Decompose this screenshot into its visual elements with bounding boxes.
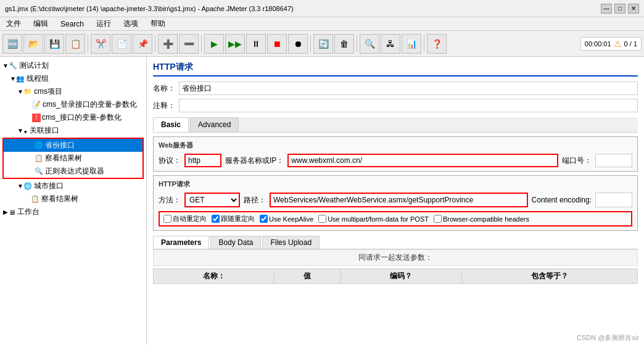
sidebar-item-cms-project[interactable]: ▼ 📁 cms项目 <box>0 85 146 98</box>
city-icon: 🌐 <box>23 182 32 190</box>
menu-run[interactable]: 运行 <box>93 17 115 30</box>
tb-save-as[interactable]: 📋 <box>65 34 85 54</box>
keepalive-checkbox[interactable] <box>260 215 268 223</box>
workbench-icon: 🖥 <box>9 209 15 216</box>
tb-copy[interactable]: 📄 <box>112 34 131 54</box>
timer-display: 00:00:01 ⚠ 0 / 1 <box>580 37 642 51</box>
comment-row: 注释： <box>153 99 638 112</box>
tb-start[interactable]: ▶ <box>204 34 224 54</box>
sidebar-item-province[interactable]: 🌐 省份接口 <box>4 139 142 152</box>
checkbox-row: 自动重定向 跟随重定向 Use KeepAlive Use multipart/… <box>159 211 632 227</box>
multipart-label: Use multipart/form-data for POST <box>328 215 429 223</box>
name-input[interactable] <box>179 81 638 95</box>
server-label: 服务器名称或IP： <box>225 156 284 166</box>
sidebar-item-label: 线程组 <box>27 73 49 84</box>
web-server-title: Web服务器 <box>159 141 632 150</box>
checkbox-auto-redirect: 自动重定向 <box>163 214 207 223</box>
multipart-checkbox[interactable] <box>318 215 326 223</box>
menu-bar: 文件 编辑 Search 运行 选项 帮助 <box>0 17 644 31</box>
menu-help[interactable]: 帮助 <box>147 17 169 30</box>
tb-search[interactable]: 🔍 <box>360 34 379 54</box>
menu-options[interactable]: 选项 <box>120 17 142 30</box>
expand-icon[interactable]: ▼ <box>17 88 23 95</box>
expand-icon[interactable]: ▼ <box>2 62 9 69</box>
tb-shutdown[interactable]: ⏺ <box>288 34 308 54</box>
protocol-label: 协议： <box>159 156 181 166</box>
sidebar-item-view-result2[interactable]: 📋 察看结果树 <box>0 193 146 206</box>
tb-remove[interactable]: ➖ <box>179 34 199 54</box>
tb-cut[interactable]: ✂️ <box>91 34 110 54</box>
http-section-title: HTTP请求 <box>159 180 632 189</box>
sidebar-item-test-plan[interactable]: ▼ 🔧 测试计划 <box>0 59 146 72</box>
tab-basic[interactable]: Basic <box>153 117 189 132</box>
menu-edit[interactable]: 编辑 <box>30 17 52 30</box>
tab-files-upload[interactable]: Files Upload <box>262 236 320 249</box>
cms-var-badge: ! <box>32 114 41 122</box>
sidebar-item-label: 测试计划 <box>19 60 49 71</box>
tb-save[interactable]: 💾 <box>44 34 64 54</box>
protocol-input[interactable] <box>184 154 221 167</box>
sidebar-item-label: cms_接口的变量-参数化 <box>42 112 122 123</box>
server-input[interactable] <box>287 154 558 167</box>
protocol-row: 协议： 服务器名称或IP： 端口号： <box>159 154 632 167</box>
tab-bar: Basic Advanced <box>153 117 638 133</box>
checkbox-keepalive: Use KeepAlive <box>260 215 313 223</box>
encoding-input[interactable] <box>595 193 632 207</box>
sidebar-item-thread-group[interactable]: ▼ 👥 线程组 <box>0 72 146 85</box>
sidebar-item-label: 察看结果树 <box>41 194 78 204</box>
tb-add[interactable]: ➕ <box>158 34 178 54</box>
tb-remote[interactable]: 🖧 <box>381 34 400 54</box>
expand-icon[interactable]: ▼ <box>10 75 16 82</box>
expand-icon[interactable]: ▶ <box>2 209 9 215</box>
path-input[interactable] <box>270 193 528 207</box>
sidebar-item-cms-var[interactable]: ! cms_接口的变量-参数化 <box>0 111 146 124</box>
sidebar-item-city[interactable]: ▼ 🌐 城市接口 <box>0 180 146 193</box>
send-params-title: 同请求一起发送参数： <box>153 249 638 266</box>
menu-file[interactable]: 文件 <box>2 17 25 30</box>
tb-start-nolog[interactable]: ▶▶ <box>225 34 245 54</box>
maximize-button[interactable]: □ <box>614 4 625 14</box>
sidebar-item-related[interactable]: ▼ ⬥ 关联接口 <box>0 124 146 137</box>
sidebar-item-label: cms项目 <box>34 86 62 97</box>
web-server-section: Web服务器 协议： 服务器名称或IP： 端口号： <box>153 136 638 172</box>
tb-pause[interactable]: ⏸ <box>246 34 266 54</box>
main-layout: ▼ 🔧 测试计划 ▼ 👥 线程组 ▼ 📁 cms项目 📝 cms_登录接口的变量… <box>0 57 644 345</box>
minimize-button[interactable]: — <box>601 4 612 14</box>
checkbox-browser-headers: Browser-compatible headers <box>434 215 529 223</box>
expand-icon[interactable]: ▼ <box>17 127 23 134</box>
method-select[interactable]: GET POST PUT DELETE <box>184 193 240 207</box>
tab-body-data[interactable]: Body Data <box>210 236 261 249</box>
tb-paste[interactable]: 📌 <box>133 34 152 54</box>
checkbox-follow-redirect: 跟随重定向 <box>212 214 255 223</box>
tab-advanced[interactable]: Advanced <box>190 117 239 132</box>
sep3 <box>201 35 202 52</box>
sidebar-item-view-result1[interactable]: 📋 察看结果树 <box>4 152 142 165</box>
port-input[interactable] <box>595 154 632 167</box>
tb-clear[interactable]: 🔄 <box>313 34 333 54</box>
tb-stop[interactable]: ⏹ <box>267 34 287 54</box>
tb-help[interactable]: ❓ <box>427 34 447 54</box>
content-panel: HTTP请求 名称： 注释： Basic Advanced Web服务器 协议：… <box>147 57 644 345</box>
close-button[interactable]: ✕ <box>628 4 639 14</box>
auto-redirect-label: 自动重定向 <box>173 214 207 223</box>
sidebar-item-workbench[interactable]: ▶ 🖥 工作台 <box>0 206 146 218</box>
tb-clear-all[interactable]: 🗑 <box>334 34 354 54</box>
tb-new[interactable]: 🆕 <box>2 34 22 54</box>
sep5 <box>357 35 357 52</box>
auto-redirect-checkbox[interactable] <box>163 215 171 223</box>
sep6 <box>424 35 424 52</box>
follow-redirect-checkbox[interactable] <box>212 215 220 223</box>
checkbox-multipart: Use multipart/form-data for POST <box>318 215 429 223</box>
view-result2-icon: 📋 <box>31 195 39 203</box>
tb-open[interactable]: 📂 <box>23 34 43 54</box>
col-value: 值 <box>275 269 341 284</box>
tb-template[interactable]: 📊 <box>402 34 421 54</box>
thread-group-icon: 👥 <box>16 75 25 83</box>
sidebar-item-regex[interactable]: 🔍 正则表达式提取器 <box>4 165 142 178</box>
menu-search[interactable]: Search <box>57 19 88 30</box>
sidebar-item-cms-login[interactable]: 📝 cms_登录接口的变量-参数化 <box>0 98 146 111</box>
expand-icon[interactable]: ▼ <box>17 183 23 189</box>
tab-parameters[interactable]: Parameters <box>153 236 209 249</box>
comment-input[interactable] <box>179 99 638 112</box>
browser-headers-checkbox[interactable] <box>434 215 442 223</box>
